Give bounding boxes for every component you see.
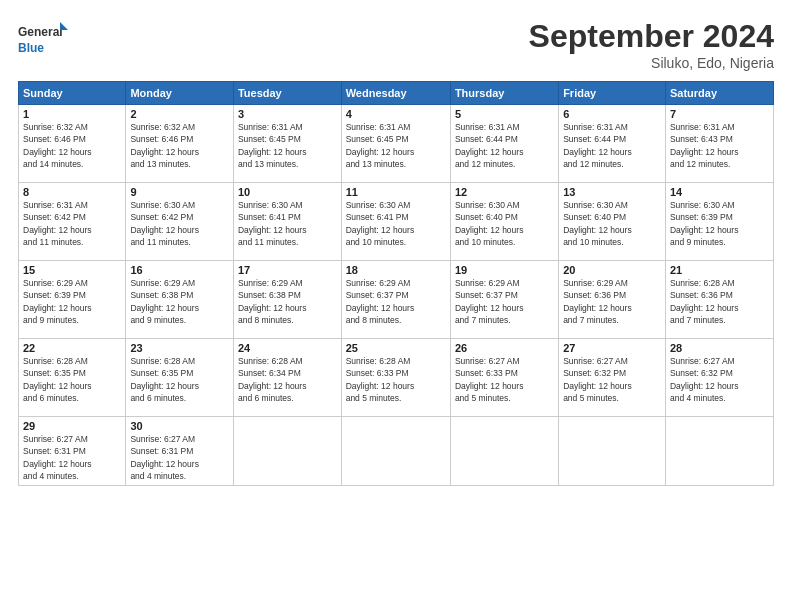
- calendar-cell: 15 Sunrise: 6:29 AMSunset: 6:39 PMDaylig…: [19, 261, 126, 339]
- day-info: Sunrise: 6:27 AMSunset: 6:32 PMDaylight:…: [670, 356, 739, 403]
- day-number: 3: [238, 108, 337, 120]
- calendar-cell: [450, 417, 558, 486]
- day-info: Sunrise: 6:29 AMSunset: 6:38 PMDaylight:…: [130, 278, 199, 325]
- day-info: Sunrise: 6:28 AMSunset: 6:35 PMDaylight:…: [130, 356, 199, 403]
- day-info: Sunrise: 6:30 AMSunset: 6:41 PMDaylight:…: [238, 200, 307, 247]
- calendar-cell: 12 Sunrise: 6:30 AMSunset: 6:40 PMDaylig…: [450, 183, 558, 261]
- day-info: Sunrise: 6:32 AMSunset: 6:46 PMDaylight:…: [130, 122, 199, 169]
- day-number: 14: [670, 186, 769, 198]
- calendar-cell: 3 Sunrise: 6:31 AMSunset: 6:45 PMDayligh…: [233, 105, 341, 183]
- calendar-cell: 9 Sunrise: 6:30 AMSunset: 6:42 PMDayligh…: [126, 183, 234, 261]
- day-number: 7: [670, 108, 769, 120]
- day-number: 4: [346, 108, 446, 120]
- day-info: Sunrise: 6:31 AMSunset: 6:42 PMDaylight:…: [23, 200, 92, 247]
- calendar-cell: 14 Sunrise: 6:30 AMSunset: 6:39 PMDaylig…: [665, 183, 773, 261]
- day-number: 29: [23, 420, 121, 432]
- day-header-tuesday: Tuesday: [233, 82, 341, 105]
- day-header-friday: Friday: [559, 82, 666, 105]
- day-info: Sunrise: 6:28 AMSunset: 6:34 PMDaylight:…: [238, 356, 307, 403]
- day-info: Sunrise: 6:27 AMSunset: 6:32 PMDaylight:…: [563, 356, 632, 403]
- day-number: 19: [455, 264, 554, 276]
- day-number: 21: [670, 264, 769, 276]
- day-number: 28: [670, 342, 769, 354]
- calendar-cell: 11 Sunrise: 6:30 AMSunset: 6:41 PMDaylig…: [341, 183, 450, 261]
- day-header-thursday: Thursday: [450, 82, 558, 105]
- calendar-cell: 10 Sunrise: 6:30 AMSunset: 6:41 PMDaylig…: [233, 183, 341, 261]
- calendar-cell: 17 Sunrise: 6:29 AMSunset: 6:38 PMDaylig…: [233, 261, 341, 339]
- calendar-cell: 22 Sunrise: 6:28 AMSunset: 6:35 PMDaylig…: [19, 339, 126, 417]
- day-info: Sunrise: 6:31 AMSunset: 6:43 PMDaylight:…: [670, 122, 739, 169]
- day-number: 6: [563, 108, 661, 120]
- calendar-cell: 30 Sunrise: 6:27 AMSunset: 6:31 PMDaylig…: [126, 417, 234, 486]
- day-header-monday: Monday: [126, 82, 234, 105]
- day-number: 22: [23, 342, 121, 354]
- day-info: Sunrise: 6:31 AMSunset: 6:44 PMDaylight:…: [455, 122, 524, 169]
- day-info: Sunrise: 6:30 AMSunset: 6:42 PMDaylight:…: [130, 200, 199, 247]
- day-number: 10: [238, 186, 337, 198]
- day-number: 1: [23, 108, 121, 120]
- day-info: Sunrise: 6:31 AMSunset: 6:45 PMDaylight:…: [346, 122, 415, 169]
- day-info: Sunrise: 6:27 AMSunset: 6:31 PMDaylight:…: [23, 434, 92, 481]
- day-number: 2: [130, 108, 229, 120]
- day-info: Sunrise: 6:29 AMSunset: 6:37 PMDaylight:…: [455, 278, 524, 325]
- calendar-cell: [233, 417, 341, 486]
- calendar-cell: 6 Sunrise: 6:31 AMSunset: 6:44 PMDayligh…: [559, 105, 666, 183]
- calendar-cell: 8 Sunrise: 6:31 AMSunset: 6:42 PMDayligh…: [19, 183, 126, 261]
- day-number: 18: [346, 264, 446, 276]
- calendar-cell: [559, 417, 666, 486]
- day-info: Sunrise: 6:27 AMSunset: 6:33 PMDaylight:…: [455, 356, 524, 403]
- calendar-cell: 5 Sunrise: 6:31 AMSunset: 6:44 PMDayligh…: [450, 105, 558, 183]
- calendar-cell: 21 Sunrise: 6:28 AMSunset: 6:36 PMDaylig…: [665, 261, 773, 339]
- day-header-wednesday: Wednesday: [341, 82, 450, 105]
- day-header-sunday: Sunday: [19, 82, 126, 105]
- day-number: 11: [346, 186, 446, 198]
- day-number: 5: [455, 108, 554, 120]
- calendar-cell: 13 Sunrise: 6:30 AMSunset: 6:40 PMDaylig…: [559, 183, 666, 261]
- day-number: 23: [130, 342, 229, 354]
- day-number: 16: [130, 264, 229, 276]
- day-info: Sunrise: 6:28 AMSunset: 6:36 PMDaylight:…: [670, 278, 739, 325]
- svg-text:General: General: [18, 25, 63, 39]
- day-number: 20: [563, 264, 661, 276]
- calendar-cell: 28 Sunrise: 6:27 AMSunset: 6:32 PMDaylig…: [665, 339, 773, 417]
- calendar-cell: [341, 417, 450, 486]
- calendar-cell: 25 Sunrise: 6:28 AMSunset: 6:33 PMDaylig…: [341, 339, 450, 417]
- calendar-cell: 7 Sunrise: 6:31 AMSunset: 6:43 PMDayligh…: [665, 105, 773, 183]
- calendar-cell: 20 Sunrise: 6:29 AMSunset: 6:36 PMDaylig…: [559, 261, 666, 339]
- day-number: 25: [346, 342, 446, 354]
- calendar-cell: 23 Sunrise: 6:28 AMSunset: 6:35 PMDaylig…: [126, 339, 234, 417]
- day-info: Sunrise: 6:27 AMSunset: 6:31 PMDaylight:…: [130, 434, 199, 481]
- calendar-cell: 29 Sunrise: 6:27 AMSunset: 6:31 PMDaylig…: [19, 417, 126, 486]
- day-number: 24: [238, 342, 337, 354]
- day-number: 12: [455, 186, 554, 198]
- day-info: Sunrise: 6:31 AMSunset: 6:45 PMDaylight:…: [238, 122, 307, 169]
- day-number: 27: [563, 342, 661, 354]
- day-info: Sunrise: 6:28 AMSunset: 6:33 PMDaylight:…: [346, 356, 415, 403]
- calendar-cell: 4 Sunrise: 6:31 AMSunset: 6:45 PMDayligh…: [341, 105, 450, 183]
- day-number: 8: [23, 186, 121, 198]
- calendar-cell: 16 Sunrise: 6:29 AMSunset: 6:38 PMDaylig…: [126, 261, 234, 339]
- logo: General Blue: [18, 18, 68, 62]
- calendar-cell: 26 Sunrise: 6:27 AMSunset: 6:33 PMDaylig…: [450, 339, 558, 417]
- calendar-cell: 2 Sunrise: 6:32 AMSunset: 6:46 PMDayligh…: [126, 105, 234, 183]
- calendar-cell: 18 Sunrise: 6:29 AMSunset: 6:37 PMDaylig…: [341, 261, 450, 339]
- day-number: 26: [455, 342, 554, 354]
- calendar-cell: 1 Sunrise: 6:32 AMSunset: 6:46 PMDayligh…: [19, 105, 126, 183]
- calendar-cell: 27 Sunrise: 6:27 AMSunset: 6:32 PMDaylig…: [559, 339, 666, 417]
- day-number: 15: [23, 264, 121, 276]
- day-info: Sunrise: 6:30 AMSunset: 6:40 PMDaylight:…: [455, 200, 524, 247]
- calendar-cell: [665, 417, 773, 486]
- day-number: 17: [238, 264, 337, 276]
- day-number: 13: [563, 186, 661, 198]
- calendar-cell: 19 Sunrise: 6:29 AMSunset: 6:37 PMDaylig…: [450, 261, 558, 339]
- day-info: Sunrise: 6:28 AMSunset: 6:35 PMDaylight:…: [23, 356, 92, 403]
- day-info: Sunrise: 6:29 AMSunset: 6:38 PMDaylight:…: [238, 278, 307, 325]
- day-info: Sunrise: 6:30 AMSunset: 6:39 PMDaylight:…: [670, 200, 739, 247]
- month-title: September 2024: [529, 18, 774, 55]
- location-subtitle: Siluko, Edo, Nigeria: [529, 55, 774, 71]
- svg-marker-2: [60, 22, 68, 30]
- calendar-table: SundayMondayTuesdayWednesdayThursdayFrid…: [18, 81, 774, 486]
- day-info: Sunrise: 6:29 AMSunset: 6:39 PMDaylight:…: [23, 278, 92, 325]
- day-info: Sunrise: 6:29 AMSunset: 6:37 PMDaylight:…: [346, 278, 415, 325]
- svg-text:Blue: Blue: [18, 41, 44, 55]
